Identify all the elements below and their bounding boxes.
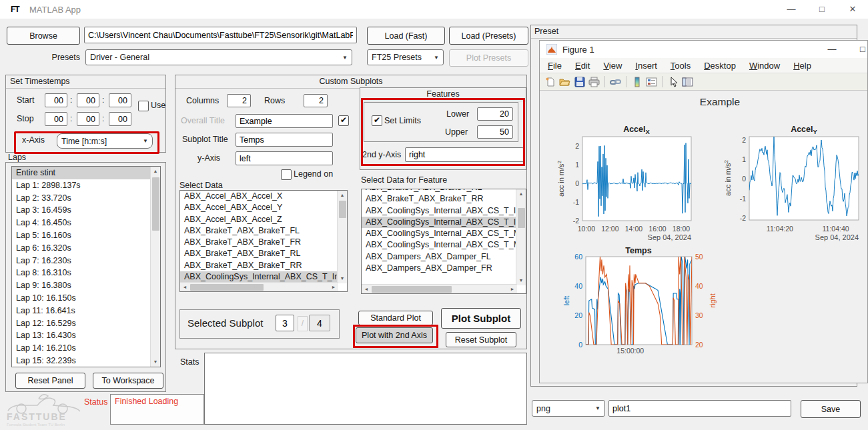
select-data-hscroll[interactable]: ◄ ► — [180, 282, 338, 291]
list-item[interactable]: Lap 12: 16.529s — [12, 317, 150, 330]
subplot-total-field[interactable] — [309, 315, 330, 331]
scroll-down-icon[interactable]: ▼ — [151, 357, 160, 367]
list-item[interactable]: Lap 1: 2898.137s — [12, 179, 150, 192]
scroll-up-icon[interactable]: ▲ — [516, 189, 526, 199]
list-item[interactable]: ABX_Dampers_ABX_Damper_FL — [362, 251, 516, 263]
feature-listbox[interactable]: ABX_BrakeT_ABX_BrakeT_RLABX_BrakeT_ABX_B… — [361, 189, 526, 294]
menu-item-desktop[interactable]: Desktop — [697, 61, 743, 71]
use-checkbox[interactable] — [138, 101, 149, 111]
list-item[interactable]: Lap 7: 16.230s — [12, 255, 150, 267]
scroll-right-icon[interactable]: ► — [508, 285, 517, 294]
to-workspace-button[interactable]: To Workspace — [93, 373, 163, 389]
preset-dropdown[interactable]: Driver - General ▼ — [85, 49, 352, 65]
reset-panel-button[interactable]: Reset Panel — [15, 373, 85, 389]
new-figure-icon[interactable] — [544, 75, 556, 88]
reset-subplot-button[interactable]: Reset Subplot — [446, 332, 516, 347]
scroll-right-icon[interactable]: ► — [329, 283, 338, 292]
browse-button[interactable]: Browse — [7, 27, 80, 45]
menu-item-insert[interactable]: Insert — [628, 61, 664, 71]
open-file-icon[interactable] — [558, 75, 571, 88]
list-item[interactable]: Entire stint — [12, 167, 150, 179]
app-close-button[interactable]: ✕ — [837, 0, 868, 19]
stats-area[interactable] — [204, 353, 527, 425]
list-item[interactable]: Lap 2: 33.720s — [12, 192, 150, 205]
subplot-title-field[interactable] — [236, 133, 333, 147]
select-data-vscroll[interactable]: ▲ ▼ — [337, 191, 347, 283]
second-y-axis-field[interactable] — [405, 147, 524, 162]
scroll-down-icon[interactable]: ▼ — [338, 274, 347, 283]
list-item[interactable]: ABX_Accel_ABX_Accel_X — [180, 191, 337, 202]
list-item[interactable]: Lap 11: 16.641s — [12, 305, 150, 317]
list-item[interactable]: ABX_BrakeT_ABX_BrakeT_RR — [362, 193, 516, 205]
stop-h[interactable] — [45, 112, 67, 126]
laps-listbox[interactable]: Entire stintLap 1: 2898.137sLap 2: 33.72… — [11, 166, 161, 367]
path-input[interactable] — [84, 27, 357, 43]
list-item[interactable]: Lap 5: 16.160s — [12, 229, 150, 242]
scroll-thumb[interactable] — [518, 208, 525, 228]
columns-field[interactable] — [227, 94, 251, 107]
laps-vscroll[interactable]: ▲ ▼ — [150, 167, 160, 367]
figure-minimize-button[interactable]: — — [823, 41, 841, 58]
start-m[interactable] — [77, 93, 99, 107]
list-item[interactable]: Lap 14: 16.210s — [12, 342, 150, 355]
list-item[interactable]: Lap 9: 16.380s — [12, 279, 150, 292]
plot-subplot-button[interactable]: Plot Subplot — [441, 308, 521, 329]
list-item[interactable]: ABX_CoolingSys_Internal_ABX_CS_T_Inv — [362, 217, 516, 228]
stop-m[interactable] — [77, 112, 99, 126]
scroll-thumb[interactable] — [339, 201, 346, 218]
rows-field[interactable] — [304, 94, 328, 107]
cursor-icon[interactable] — [667, 75, 679, 88]
start-h[interactable] — [45, 93, 67, 107]
list-item[interactable]: Lap 15: 32.239s — [12, 355, 150, 367]
lower-field[interactable] — [477, 107, 513, 121]
plot-presets-button[interactable]: Plot Presets — [449, 49, 528, 67]
menu-item-view[interactable]: View — [596, 61, 628, 71]
list-item[interactable]: Lap 10: 16.150s — [12, 292, 150, 305]
ft25-presets-dropdown[interactable]: FT25 Presets ▼ — [367, 49, 444, 65]
list-item[interactable]: ABX_BrakeT_ABX_BrakeT_FL — [180, 225, 337, 237]
subplot-index-field[interactable] — [276, 315, 294, 331]
feature-vscroll[interactable]: ▲ ▼ — [516, 189, 526, 285]
load-presets-button[interactable]: Load (Presets) — [449, 27, 528, 45]
upper-field[interactable] — [477, 125, 513, 139]
feature-hscroll[interactable]: ◄ ► — [362, 284, 517, 293]
figure-maximize-button[interactable]: □ — [855, 41, 868, 58]
list-item[interactable]: Lap 6: 16.320s — [12, 242, 150, 255]
x-axis-dropdown[interactable]: Time [h:m:s] ▼ — [57, 133, 153, 149]
print-icon[interactable] — [588, 75, 600, 88]
legend-checkbox[interactable] — [281, 169, 292, 180]
list-item[interactable]: ABX_Accel_ABX_Accel_Z — [180, 214, 337, 225]
export-format-dropdown[interactable]: png ▼ — [532, 400, 605, 417]
menu-item-edit[interactable]: Edit — [568, 61, 596, 71]
set-limits-checkbox[interactable]: ✔ — [372, 115, 382, 126]
start-s[interactable] — [109, 93, 131, 107]
scroll-thumb[interactable] — [372, 286, 452, 293]
menu-item-tools[interactable]: Tools — [664, 61, 697, 71]
save-icon[interactable] — [573, 75, 586, 88]
scroll-left-icon[interactable]: ◄ — [362, 285, 371, 294]
standard-plot-button[interactable]: Standard Plot — [358, 311, 433, 325]
scroll-down-icon[interactable]: ▼ — [516, 276, 526, 285]
legend-icon[interactable] — [645, 75, 658, 88]
export-name-input[interactable] — [608, 400, 791, 417]
list-item[interactable]: ABX_CoolingSys_Internal_ABX_CS_T_Inv — [362, 205, 516, 217]
list-item[interactable]: ABX_BrakeT_ABX_BrakeT_RL — [362, 189, 516, 193]
scroll-thumb[interactable] — [152, 177, 159, 231]
list-item[interactable]: ABX_CoolingSys_Internal_ABX_CS_T_M — [362, 228, 516, 239]
list-item[interactable]: Lap 4: 16.450s — [12, 217, 150, 229]
list-item[interactable]: ABX_BrakeT_ABX_BrakeT_RL — [180, 248, 337, 259]
list-item[interactable]: ABX_CoolingSys_Internal_ABX_CS_T_M — [362, 239, 516, 251]
list-item[interactable]: Lap 13: 16.430s — [12, 329, 150, 342]
list-item[interactable]: ABX_BrakeT_ABX_BrakeT_FR — [180, 237, 337, 248]
list-item[interactable]: ABX_BrakeT_ABX_BrakeT_RR — [180, 260, 337, 271]
select-data-listbox[interactable]: ABX_Accel_ABX_Accel_XABX_Accel_ABX_Accel… — [179, 190, 348, 292]
menu-item-help[interactable]: Help — [787, 61, 818, 71]
scroll-left-icon[interactable]: ◄ — [180, 283, 189, 292]
overall-title-checkbox[interactable]: ✔ — [338, 115, 349, 126]
link-icon[interactable] — [609, 75, 622, 88]
colorbar-icon[interactable] — [630, 75, 643, 88]
menu-item-window[interactable]: Window — [743, 61, 787, 71]
list-item[interactable]: Lap 3: 16.459s — [12, 204, 150, 217]
menu-item-file[interactable]: File — [541, 61, 568, 71]
load-fast-button[interactable]: Load (Fast) — [367, 27, 445, 45]
